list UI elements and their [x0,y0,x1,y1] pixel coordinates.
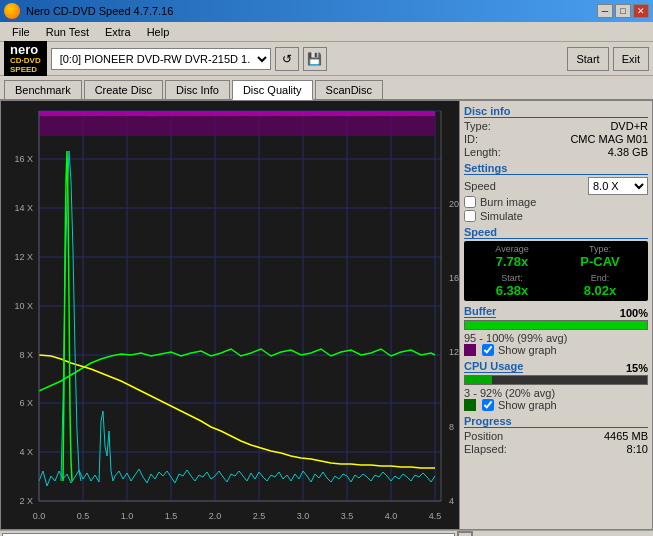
main-area: 2 X 4 X 6 X 8 X 10 X 12 X 14 X 16 X 4 8 … [0,100,653,530]
speed-select[interactable]: 8.0 X [588,177,648,195]
svg-text:2.5: 2.5 [253,511,266,521]
speed-average-value: 7.78x [470,254,554,269]
bottom-right-spacer [473,531,653,536]
right-panel: Disc info Type: DVD+R ID: CMC MAG M01 Le… [460,100,653,530]
menu-run-test[interactable]: Run Test [38,25,97,39]
cpu-show-graph-label: Show graph [498,399,557,411]
svg-text:16: 16 [449,273,459,283]
cpu-bar-container [464,375,648,385]
speed-start-label: Start: [470,273,554,283]
cpu-show-graph-row: Show graph [464,399,648,411]
svg-text:4.5: 4.5 [429,511,442,521]
scroll-up-button[interactable]: ▲ [458,532,472,536]
log-wrapper: ■ [06:55:28] Creating Data Disc [07:03:3… [0,531,457,536]
disc-id-label: ID: [464,133,478,145]
burn-image-checkbox[interactable] [464,196,476,208]
refresh-button[interactable]: ↺ [275,47,299,71]
tab-scan-disc[interactable]: ScanDisc [315,80,383,99]
svg-text:20: 20 [449,199,459,209]
disc-type-row: Type: DVD+R [464,120,648,132]
burn-image-label: Burn image [480,196,536,208]
svg-text:12: 12 [449,347,459,357]
tab-benchmark[interactable]: Benchmark [4,80,82,99]
svg-text:14 X: 14 X [14,203,33,213]
speed-average-label: Average [470,244,554,254]
svg-text:2 X: 2 X [19,496,33,506]
svg-text:3.0: 3.0 [297,511,310,521]
buffer-bar [465,321,647,329]
speed-start-cell: Start: 6.38x [470,273,554,298]
speed-bottom-row: Start: 6.38x End: 8.02x [470,273,642,298]
speed-top-row: Average 7.78x Type: P-CAV [470,244,642,269]
speed-type-value: P-CAV [558,254,642,269]
menu-help[interactable]: Help [139,25,178,39]
tab-disc-quality[interactable]: Disc Quality [232,80,313,100]
progress-elapsed-value: 8:10 [627,443,648,455]
log-scrollbar: ▲ ▼ [457,531,473,536]
svg-text:4: 4 [449,496,454,506]
exit-button[interactable]: Exit [613,47,649,71]
speed-average-cell: Average 7.78x [470,244,554,269]
buffer-avg-label: 95 - 100% (99% avg) [464,332,567,344]
menu-bar: File Run Test Extra Help [0,22,653,42]
nero-logo: nero CD·DVDSPEED [4,41,47,77]
title-bar-text: Nero CD-DVD Speed 4.7.7.16 [26,5,173,17]
progress-section: Progress Position 4465 MB Elapsed: 8:10 [464,415,648,455]
disc-id-row: ID: CMC MAG M01 [464,133,648,145]
buffer-show-graph-checkbox[interactable] [482,344,494,356]
progress-position-label: Position [464,430,503,442]
buffer-bar-container [464,320,648,330]
speed-end-cell: End: 8.02x [558,273,642,298]
save-button[interactable]: 💾 [303,47,327,71]
speed-display: Average 7.78x Type: P-CAV Start: 6.38x E… [464,241,648,301]
drive-select[interactable]: [0:0] PIONEER DVD-RW DVR-215D 1.22 [51,48,271,70]
progress-title: Progress [464,415,648,428]
cpu-show-graph-checkbox[interactable] [482,399,494,411]
progress-elapsed-row: Elapsed: 8:10 [464,443,648,455]
disc-length-row: Length: 4.38 GB [464,146,648,158]
minimize-button[interactable]: ─ [597,4,613,18]
title-bar-buttons: ─ □ ✕ [597,4,649,18]
buffer-pct-label: 100% [620,307,648,319]
cpu-pct-label: 15% [626,362,648,374]
cpu-color-swatch [464,399,476,411]
buffer-show-graph-row: Show graph [464,344,648,356]
close-button[interactable]: ✕ [633,4,649,18]
menu-file[interactable]: File [4,25,38,39]
app-icon [4,3,20,19]
speed-end-label: End: [558,273,642,283]
cpu-bar [465,376,492,384]
progress-position-row: Position 4465 MB [464,430,648,442]
disc-length-value: 4.38 GB [608,146,648,158]
svg-text:8: 8 [449,422,454,432]
svg-text:1.0: 1.0 [121,511,134,521]
buffer-show-graph-label: Show graph [498,344,557,356]
buffer-title: Buffer [464,305,496,318]
start-button[interactable]: Start [567,47,608,71]
buffer-color-swatch [464,344,476,356]
disc-type-value: DVD+R [610,120,648,132]
speed-end-value: 8.02x [558,283,642,298]
svg-text:16 X: 16 X [14,154,33,164]
tab-disc-info[interactable]: Disc Info [165,80,230,99]
progress-elapsed-label: Elapsed: [464,443,507,455]
simulate-label: Simulate [480,210,523,222]
toolbar: nero CD·DVDSPEED [0:0] PIONEER DVD-RW DV… [0,42,653,76]
speed-type-cell: Type: P-CAV [558,244,642,269]
disc-info-section: Disc info Type: DVD+R ID: CMC MAG M01 Le… [464,105,648,158]
cpu-section: CPU Usage 15% 3 - 92% (20% avg) Show gra… [464,360,648,411]
menu-extra[interactable]: Extra [97,25,139,39]
speed-type-label: Type: [558,244,642,254]
disc-type-label: Type: [464,120,491,132]
tab-create-disc[interactable]: Create Disc [84,80,163,99]
svg-text:6 X: 6 X [19,398,33,408]
simulate-row: Simulate [464,210,648,222]
svg-text:10 X: 10 X [14,301,33,311]
svg-text:0.0: 0.0 [33,511,46,521]
svg-text:0.5: 0.5 [77,511,90,521]
speed-row: Speed 8.0 X [464,177,648,195]
buffer-section: Buffer 100% 95 - 100% (99% avg) Show gra… [464,305,648,356]
simulate-checkbox[interactable] [464,210,476,222]
maximize-button[interactable]: □ [615,4,631,18]
svg-text:12 X: 12 X [14,252,33,262]
